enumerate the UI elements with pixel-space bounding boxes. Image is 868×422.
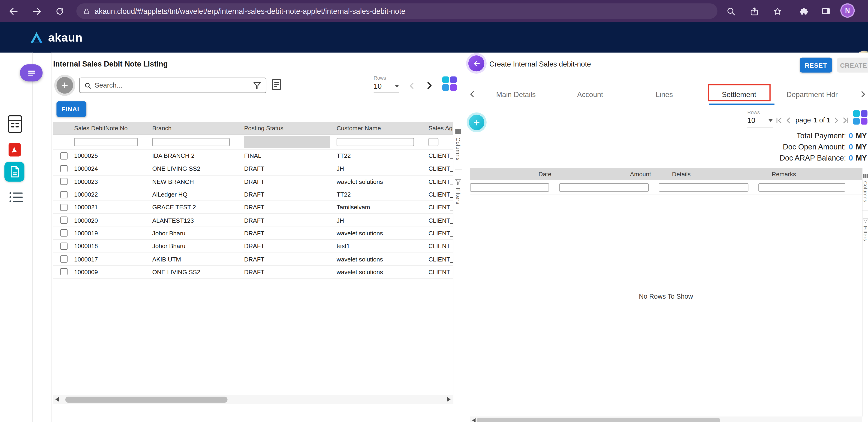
rows-per-page-select[interactable]: Rows 10 — [747, 110, 773, 127]
row-checkbox[interactable] — [60, 230, 67, 237]
settlement-filter-row — [470, 180, 862, 194]
zoom-icon[interactable] — [724, 4, 738, 18]
add-record-button[interactable]: + — [57, 77, 73, 94]
akaun-logo[interactable]: akaun — [30, 22, 83, 53]
prev-page-button[interactable] — [407, 82, 416, 90]
scroll-left-arrow[interactable] — [55, 397, 59, 401]
next-page-button[interactable] — [424, 80, 435, 91]
tool-tab-filters[interactable]: Filters — [455, 179, 461, 204]
table-row[interactable]: 1000025 IDA BRANCH 2 FINAL TT22 CLIENT_V — [53, 149, 453, 162]
scroll-left-arrow[interactable] — [472, 418, 475, 422]
filter-customer-name-input[interactable] — [337, 138, 414, 146]
row-checkbox[interactable] — [60, 191, 67, 198]
col-header-remarks[interactable]: Remarks — [758, 171, 855, 177]
view-switcher-grid-icon[interactable] — [442, 77, 457, 91]
extensions-puzzle-icon[interactable] — [797, 4, 810, 18]
filter-date-input[interactable] — [470, 183, 549, 191]
table-row[interactable]: 1000021 GRACE TEST 2 DRAFT Tamilselvam C… — [53, 201, 453, 214]
table-row[interactable]: 1000018 Johor Bharu DRAFT test1 CLIENT_V — [53, 240, 453, 253]
table-row[interactable]: 1000020 ALANTEST123 DRAFT JH CLIENT_V — [53, 214, 453, 227]
col-header-sales-agent[interactable]: Sales Age — [429, 125, 453, 131]
search-input[interactable] — [95, 82, 250, 89]
table-row[interactable]: 1000023 NEW BRANCH DRAFT wavelet solutio… — [53, 175, 453, 188]
back-button[interactable] — [468, 55, 485, 71]
filter-posting-status-select[interactable] — [244, 136, 330, 148]
tab-lines[interactable]: Lines — [656, 90, 673, 99]
filter-sales-agent-input[interactable] — [429, 138, 438, 146]
horizontal-scrollbar[interactable] — [53, 395, 453, 404]
tool-tab-columns-label: Columns — [455, 138, 461, 161]
col-header-posting-status[interactable]: Posting Status — [244, 125, 337, 131]
browser-profile-avatar[interactable]: N — [840, 3, 855, 18]
first-page-icon[interactable] — [775, 116, 783, 124]
scrollbar-thumb[interactable] — [65, 396, 228, 402]
filter-debit-note-no-input[interactable] — [74, 138, 138, 146]
filter-branch-input[interactable] — [152, 138, 230, 146]
tool-tab-columns[interactable]: Columns — [455, 128, 461, 161]
row-checkbox[interactable] — [60, 268, 67, 275]
filter-remarks-input[interactable] — [758, 183, 845, 191]
tab-account[interactable]: Account — [577, 90, 603, 99]
search-field[interactable] — [79, 78, 267, 93]
tab-main-details[interactable]: Main Details — [496, 90, 536, 99]
pdf-export-icon[interactable] — [8, 143, 21, 157]
col-header-branch[interactable]: Branch — [152, 125, 244, 131]
row-checkbox[interactable] — [60, 165, 67, 172]
view-switcher-grid-icon[interactable] — [853, 110, 867, 124]
row-checkbox[interactable] — [60, 204, 67, 211]
row-checkbox[interactable] — [60, 243, 67, 250]
total-payment-value: 0 — [849, 131, 853, 142]
tab-department-hdr[interactable]: Department Hdr — [786, 90, 838, 99]
bookmark-star-icon[interactable] — [771, 4, 784, 18]
filter-amount-input[interactable] — [559, 183, 649, 191]
col-header-date[interactable]: Date — [470, 171, 559, 177]
table-row[interactable]: 1000009 ONE LIVING SS2 DRAFT wavelet sol… — [53, 266, 453, 278]
list-menu-icon[interactable] — [9, 191, 23, 203]
scrollbar-thumb[interactable] — [477, 418, 720, 422]
row-checkbox[interactable] — [60, 152, 67, 159]
tabs-scroll-left-icon[interactable] — [468, 90, 476, 98]
cell-debit-note-no: 1000019 — [74, 230, 152, 237]
col-header-amount[interactable]: Amount — [559, 171, 659, 177]
filter-funnel-icon[interactable] — [253, 81, 261, 89]
document-applet-button[interactable] — [4, 162, 24, 182]
side-panel-icon[interactable] — [819, 4, 833, 18]
table-row[interactable]: 1000019 Johor Bharu DRAFT wavelet soluti… — [53, 227, 453, 240]
col-header-debit-note-no[interactable]: Sales DebitNote No — [74, 125, 152, 131]
table-row[interactable]: 1000022 AiLedger HQ DRAFT TT22 CLIENT_V — [53, 188, 453, 201]
horizontal-scrollbar[interactable] — [470, 417, 862, 422]
browser-back-icon[interactable] — [7, 4, 20, 18]
reset-button[interactable]: RESET — [800, 58, 832, 72]
row-checkbox[interactable] — [60, 217, 67, 224]
final-filter-button[interactable]: FINAL — [57, 101, 86, 117]
create-button[interactable]: CREATE — [837, 58, 868, 72]
applet-icon[interactable] — [7, 115, 23, 133]
scroll-right-arrow[interactable] — [447, 397, 451, 401]
address-bar[interactable]: akaun.cloud/#/applets/tnt/wavelet/erp/in… — [76, 3, 717, 19]
tool-tab-columns[interactable]: Columns — [863, 174, 868, 202]
share-icon[interactable] — [747, 4, 761, 18]
cell-sales-agent: CLIENT_V — [429, 178, 453, 185]
tool-tab-filters[interactable]: Filters — [863, 218, 868, 241]
row-checkbox[interactable] — [60, 255, 67, 262]
browser-forward-icon[interactable] — [30, 4, 43, 18]
add-settlement-button[interactable]: + — [469, 115, 484, 130]
table-row[interactable]: 1000017 AKIB UTM DRAFT wavelet solutions… — [53, 253, 453, 266]
rows-per-page-select[interactable]: Rows 10 — [374, 75, 399, 93]
cell-sales-agent: CLIENT_V — [429, 191, 453, 198]
applet-menu-pill[interactable] — [20, 64, 42, 81]
cell-debit-note-no: 1000025 — [74, 152, 152, 159]
table-row[interactable]: 1000024 ONE LIVING SS2 DRAFT JH CLIENT_V — [53, 162, 453, 175]
prev-page-icon[interactable] — [784, 116, 793, 124]
next-page-icon[interactable] — [832, 116, 840, 124]
rows-value: 10 — [374, 82, 382, 90]
saved-views-icon[interactable] — [271, 78, 282, 91]
col-header-customer-name[interactable]: Customer Name — [337, 125, 429, 131]
last-page-icon[interactable] — [842, 116, 850, 124]
filter-details-input[interactable] — [659, 183, 748, 191]
browser-reload-icon[interactable] — [53, 4, 66, 18]
settlement-summary: Total Payment: 0 MY Doc Open Amount: 0 M… — [780, 131, 867, 164]
col-header-details[interactable]: Details — [659, 171, 758, 177]
row-checkbox[interactable] — [60, 178, 67, 185]
tabs-scroll-right-icon[interactable] — [859, 90, 867, 98]
